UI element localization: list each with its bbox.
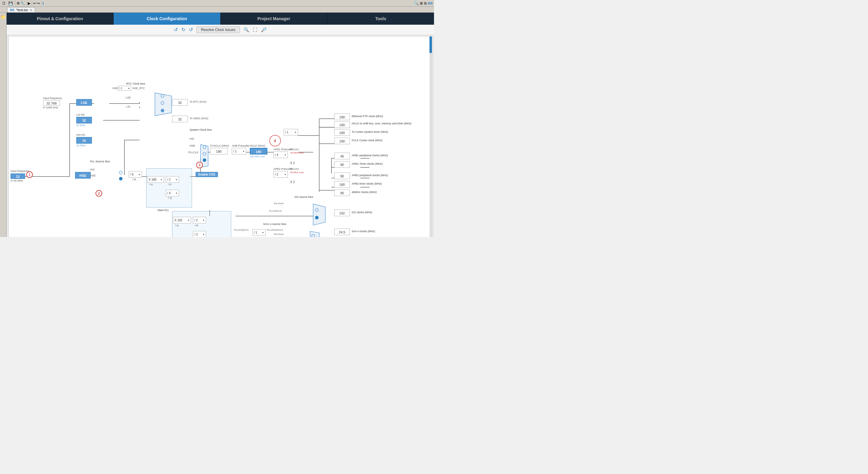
48mhz-val-box[interactable]: 90 bbox=[334, 190, 350, 196]
search-icon[interactable]: 🔍 bbox=[414, 1, 418, 5]
apb1-peripheral-label: APB1 peripheral clocks (MHz) bbox=[352, 154, 388, 157]
rtc-div-dropdown[interactable]: / 2▼ bbox=[118, 86, 131, 91]
apb2-peripheral-label: APB2 peripheral clocks (MHz) bbox=[352, 174, 388, 177]
pclk2-label: PCLK2 bbox=[290, 167, 299, 170]
scrollbar[interactable] bbox=[430, 36, 432, 237]
zoom-out-btn[interactable]: 🔎 bbox=[261, 27, 267, 33]
scrollbar-thumb[interactable] bbox=[430, 36, 432, 53]
fclk-val-box[interactable]: 180 bbox=[334, 138, 350, 144]
toolbar-sep4 bbox=[41, 1, 41, 6]
mx-file-icon: MX bbox=[10, 8, 14, 12]
file-tab-close[interactable]: ✕ bbox=[30, 8, 32, 12]
file-tab[interactable]: MX *test.ioc ✕ bbox=[7, 7, 35, 12]
hclk-bus-val-box[interactable]: 180 bbox=[334, 121, 350, 128]
grid-icon[interactable]: ⊞ bbox=[420, 1, 423, 5]
mult-n-dropdown[interactable]: X 180▼ bbox=[147, 176, 164, 183]
file-tab-name: *test.ioc bbox=[16, 8, 28, 12]
action-bar: ↺ ↻ ↺ Resolve Clock Issues 🔍 ⛶ 🔎 bbox=[7, 25, 434, 35]
toolbar-sep2 bbox=[26, 1, 27, 6]
tab-tools[interactable]: Tools bbox=[327, 13, 434, 25]
sysclk-label: SYSCLK (MHz) bbox=[210, 144, 229, 147]
tab-pinout[interactable]: Pinout & Configuration bbox=[7, 13, 114, 25]
undo-icon[interactable]: ↩ bbox=[33, 1, 36, 5]
lsi-khz-label: 32 KHz bbox=[76, 124, 85, 127]
apb2-timer-val-box[interactable]: 180 bbox=[334, 181, 350, 188]
save-icon[interactable]: 💾 bbox=[7, 1, 14, 6]
resolve-clock-btn[interactable]: Resolve Clock Issues bbox=[196, 27, 240, 33]
hse-pll-label: HSE bbox=[90, 174, 96, 177]
wrench-icon[interactable]: 🔧 bbox=[21, 1, 25, 5]
apb1-timer-label: APB1 Timer clocks (MHz) bbox=[352, 162, 383, 165]
i2s-val-box[interactable]: 192 bbox=[334, 210, 350, 216]
plli2ssaiclk-label: PLLI2SSAICLK bbox=[267, 229, 283, 231]
x2-apb1: X 2 bbox=[290, 161, 295, 165]
lse-freq-range: 0~1000 KHz bbox=[43, 106, 58, 109]
hclk-label: HCLK (MHz) bbox=[250, 144, 265, 147]
sai-a-val-box[interactable]: 24.5 bbox=[334, 229, 350, 235]
ethernet-val-box[interactable]: 180 bbox=[334, 113, 350, 120]
lsi-rc-label: LSI RC bbox=[76, 113, 85, 116]
rtc-mux-label: RTC Clock Mux bbox=[126, 82, 145, 85]
svg-text:4: 4 bbox=[274, 139, 276, 143]
redo-btn[interactable]: ↻ bbox=[181, 27, 185, 33]
tab-clock[interactable]: Clock Configuration bbox=[114, 13, 221, 25]
pclk1-max-label: 45 MHz max bbox=[290, 151, 304, 154]
48mhz-label: 48MHz clocks (MHz) bbox=[352, 191, 377, 194]
plli2s-q-dropdown[interactable]: / 2▼ bbox=[193, 231, 206, 237]
cortex-timer-val-box[interactable]: 180 bbox=[334, 129, 350, 136]
ahb-div-dropdown[interactable]: / 1▼ bbox=[232, 148, 246, 155]
apb1-timer-val-box[interactable]: 90 bbox=[334, 161, 350, 168]
apb2-timer-label: APB2 timer clocks (MHz) bbox=[352, 182, 382, 185]
lse-box[interactable]: LSE bbox=[76, 99, 92, 106]
settings-icon[interactable]: ⚙ bbox=[17, 1, 20, 5]
hse-div-label: HSE bbox=[113, 87, 118, 90]
sai-div-dropdown[interactable]: / 1▼ bbox=[252, 229, 266, 236]
generate-icon[interactable]: ▶ bbox=[28, 1, 30, 5]
tab-project-manager[interactable]: Project Manager bbox=[221, 13, 328, 25]
input-freq-label-2: Input frequency bbox=[43, 97, 62, 100]
apb1-div-dropdown[interactable]: / 4▼ bbox=[273, 151, 288, 158]
new-icon[interactable]: 🗋 bbox=[1, 1, 7, 6]
window-icon[interactable]: ⧉ bbox=[424, 1, 427, 5]
hse-rtc-label: HSE_RTC bbox=[132, 87, 145, 90]
zoom-in-btn[interactable]: 🔍 bbox=[244, 27, 249, 33]
apb2-val-box[interactable]: 90 bbox=[334, 173, 350, 179]
pclk2-max-label: 90 MHz max bbox=[290, 171, 304, 174]
hclk-box[interactable]: 180 bbox=[250, 148, 267, 155]
toolbar-icons: 🗋 💾 ⚙ 🔧 ▶ ↩ ↪ ℹ bbox=[1, 1, 44, 6]
div-q-dropdown[interactable]: / 4▼ bbox=[166, 190, 179, 196]
hse-input-box[interactable]: 12 bbox=[10, 173, 25, 179]
ext-clock-label-2: Ext.clock bbox=[274, 233, 284, 236]
plli2s-r-label: / R bbox=[195, 224, 198, 227]
lsi-mux-label: LSI bbox=[126, 105, 130, 108]
cortex-timer-label: To Cortex System timer (MHz) bbox=[352, 130, 388, 133]
lse-input-box[interactable]: 32.768 bbox=[43, 100, 60, 106]
apb2-div-dropdown[interactable]: / 2▼ bbox=[273, 171, 288, 178]
div-m-dropdown[interactable]: / 6▼ bbox=[129, 171, 142, 178]
apb1-val-box[interactable]: 45 bbox=[334, 153, 350, 159]
cortex-div-dropdown[interactable]: / 1▼ bbox=[284, 129, 298, 136]
redo-icon[interactable]: ↪ bbox=[37, 1, 40, 5]
sysclk-box[interactable]: 180 bbox=[210, 148, 227, 155]
lse-mux-label: LSE bbox=[126, 96, 131, 99]
fit-btn[interactable]: ⛶ bbox=[253, 27, 257, 32]
lsi-out-box[interactable]: 32 bbox=[172, 116, 188, 122]
undo-btn[interactable]: ↺ bbox=[174, 27, 178, 33]
hse-box[interactable]: HSE bbox=[75, 172, 91, 178]
div-p-dropdown[interactable]: / 2▼ bbox=[166, 176, 179, 183]
mx-icon: MX bbox=[428, 1, 433, 5]
refresh-btn[interactable]: ↺ bbox=[189, 27, 193, 33]
lse-out-box[interactable]: 32 bbox=[172, 99, 188, 106]
lsi-rc-box[interactable]: 32 bbox=[76, 117, 92, 124]
plli2s-n-dropdown[interactable]: X 192▼ bbox=[173, 217, 191, 224]
hclk-bus-label: HCLK to AHB bus, core, memory and DMA (M… bbox=[352, 122, 400, 125]
enable-css-btn[interactable]: Enable CSS bbox=[195, 172, 218, 177]
clock-diagram-svg: 4 bbox=[9, 36, 432, 237]
plli2s-r-dropdown[interactable]: / 2▼ bbox=[193, 217, 206, 224]
i2s-label: I2S clocks (MHz) bbox=[352, 211, 372, 214]
info-icon[interactable]: ℹ bbox=[42, 1, 44, 5]
folder-icon[interactable]: 📁 bbox=[1, 14, 6, 19]
hsi-rc-box[interactable]: 16 bbox=[76, 137, 92, 144]
svg-marker-54 bbox=[313, 204, 325, 225]
hse-sys-label: HSE bbox=[190, 144, 195, 147]
